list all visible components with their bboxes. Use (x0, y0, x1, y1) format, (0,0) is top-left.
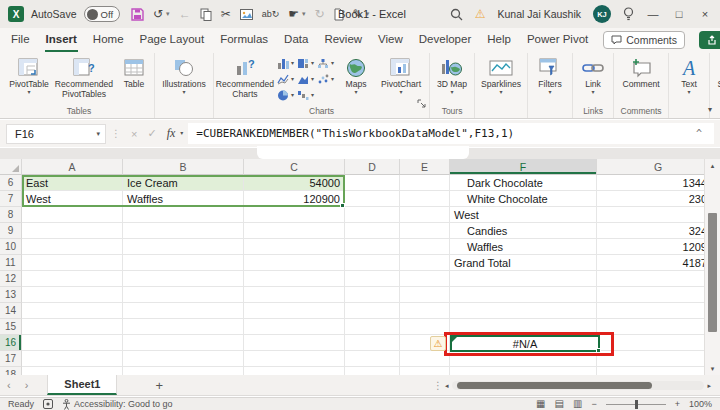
column-header-g[interactable]: G (597, 159, 720, 175)
comment-button[interactable]: Comment (616, 53, 666, 105)
cell-g12[interactable] (597, 271, 720, 287)
tab-formulas[interactable]: Formulas (219, 28, 269, 52)
user-name[interactable]: Kunal Jai Kaushik (498, 8, 581, 20)
cancel-formula-icon[interactable]: × (126, 128, 142, 140)
horizontal-scrollbar[interactable]: ◂ ▸ (445, 379, 711, 392)
column-header-c[interactable]: C (244, 159, 345, 175)
redo-icon[interactable]: ↻ (315, 7, 325, 21)
cell-f9[interactable]: Candies (450, 223, 597, 239)
tab-power-pivot[interactable]: Power Pivot (526, 28, 589, 52)
cell-b8[interactable] (123, 207, 244, 223)
autosave-toggle[interactable]: Off (84, 6, 121, 22)
cell-g9[interactable]: 324 (597, 223, 720, 239)
cell-d14[interactable] (345, 303, 400, 319)
tab-file[interactable]: File (10, 28, 31, 52)
row-header-18[interactable]: 18 (0, 367, 22, 375)
cell-b16[interactable] (123, 335, 244, 351)
cell-e12[interactable] (400, 271, 450, 287)
cell-c14[interactable] (244, 303, 345, 319)
active-cell-f16[interactable]: #N/A (450, 335, 600, 352)
row-header-13[interactable]: 13 (0, 287, 22, 303)
close-button[interactable]: × (698, 8, 712, 20)
formula-bar-collapse-icon[interactable]: ^ (690, 123, 706, 144)
cell-b15[interactable] (123, 319, 244, 335)
tab-developer[interactable]: Developer (418, 28, 472, 52)
cell-b10[interactable] (123, 239, 244, 255)
cell-a11[interactable] (22, 255, 123, 271)
next-sheet-icon[interactable]: › (18, 379, 36, 391)
cell-e10[interactable] (400, 239, 450, 255)
avatar[interactable]: KJ (593, 5, 611, 23)
macro-record-icon[interactable] (43, 399, 53, 409)
maximize-button[interactable]: □ (672, 8, 686, 20)
tab-page-layout[interactable]: Page Layout (139, 28, 206, 52)
tab-data[interactable]: Data (283, 28, 309, 52)
cell-b7[interactable]: Waffles (123, 191, 244, 207)
share-button[interactable]: Share ▾ (699, 31, 720, 49)
cell-e18[interactable] (400, 367, 450, 375)
cell-b6[interactable]: Ice Cream (123, 175, 244, 191)
column-header-f[interactable]: F (450, 159, 597, 175)
enter-formula-icon[interactable]: ✓ (142, 127, 161, 140)
text-button[interactable]: A Text ▾ (671, 53, 707, 105)
row-header-17[interactable]: 17 (0, 351, 22, 367)
cell-a13[interactable] (22, 287, 123, 303)
undo-dropdown-icon[interactable]: ▾ (166, 10, 170, 18)
cell-d18[interactable] (345, 367, 400, 375)
pivottable-button[interactable]: PivotTable ▾ (6, 53, 52, 105)
formula-bar-splitter[interactable]: ⋮ (106, 128, 126, 139)
row-header-14[interactable]: 14 (0, 303, 22, 319)
cell-b14[interactable] (123, 303, 244, 319)
cell-f13[interactable] (450, 287, 597, 303)
recommended-pivottables-button[interactable]: ? Recommended PivotTables (52, 53, 116, 105)
cell-c9[interactable] (244, 223, 345, 239)
page-layout-view-icon[interactable]: ▤ (555, 399, 564, 409)
link-button[interactable]: Link ▾ (575, 53, 611, 105)
tab-help[interactable]: Help (486, 28, 512, 52)
alert-warning-icon[interactable]: ⚠ (475, 7, 486, 21)
zoom-slider[interactable] (606, 404, 666, 405)
undo-icon[interactable]: ↺ (153, 7, 163, 21)
accessibility-status[interactable]: Accessibility: Good to go (62, 399, 173, 410)
range-fill-handle[interactable] (340, 203, 345, 208)
scroll-up-icon[interactable]: ▴ (705, 159, 720, 170)
row-header-11[interactable]: 11 (0, 255, 22, 271)
tab-home[interactable]: Home (92, 28, 125, 52)
treemap-chart-button[interactable]: ▾ (297, 56, 314, 72)
3d-map-button[interactable]: 3D Map ▾ (432, 53, 472, 105)
cell-f11[interactable]: Grand Total (450, 255, 597, 271)
minimize-button[interactable]: — (646, 8, 660, 20)
cell-a16[interactable] (22, 335, 123, 351)
cell-a7[interactable]: West (22, 191, 123, 207)
cell-d15[interactable] (345, 319, 400, 335)
cell-c6[interactable]: 54000 (244, 175, 345, 191)
cell-a8[interactable] (22, 207, 123, 223)
cell-e14[interactable] (400, 303, 450, 319)
row-header-6[interactable]: 6 (0, 175, 22, 191)
cell-d7[interactable] (345, 191, 400, 207)
formula-input[interactable]: =CUBERANKEDMEMBER("ThisWorkbookDataModel… (188, 123, 714, 144)
cell-g10[interactable]: 1209 (597, 239, 720, 255)
cell-f10[interactable]: Waffles (450, 239, 597, 255)
cell-f18[interactable] (450, 367, 597, 375)
cell-g13[interactable] (597, 287, 720, 303)
cell-a10[interactable] (22, 239, 123, 255)
find-replace-icon[interactable]: ab↻ (262, 9, 280, 19)
charts-dialog-launcher-icon[interactable] (417, 94, 426, 103)
previous-sheet-icon[interactable]: ‹ (0, 379, 18, 391)
picture-icon[interactable] (240, 9, 253, 20)
vertical-scrollbar[interactable]: ▴ ▾ (704, 159, 720, 375)
cell-c17[interactable] (244, 351, 345, 367)
cell-a14[interactable] (22, 303, 123, 319)
scroll-left-icon[interactable]: ◂ (445, 382, 449, 390)
hierarchy-chart-button[interactable]: ▾ (317, 56, 334, 72)
cell-d10[interactable] (345, 239, 400, 255)
scatter-chart-button[interactable]: ▾ (317, 72, 334, 88)
symbols-button[interactable]: Ω Symbols ▾ (712, 53, 720, 105)
scroll-down-icon[interactable]: ▾ (705, 365, 720, 373)
cell-c16[interactable] (244, 335, 345, 351)
cell-g11[interactable]: 4187 (597, 255, 720, 271)
cell-c15[interactable] (244, 319, 345, 335)
cell-fill-handle[interactable] (596, 348, 601, 353)
zoom-slider-thumb[interactable] (635, 400, 638, 409)
